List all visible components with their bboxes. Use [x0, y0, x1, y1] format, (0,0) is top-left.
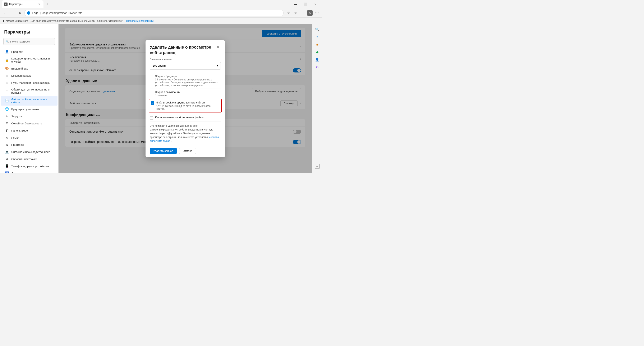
languages-icon: A [5, 136, 9, 139]
sidebar-item-family[interactable]: ⚙ Семейная безопасность [1, 120, 58, 127]
sidebar-item-appearance[interactable]: 🎨 Внешний вид [1, 65, 58, 72]
profile-button[interactable]: A [306, 10, 313, 16]
sidebar-label-sharing: Общий доступ, копирование и вставка [11, 88, 53, 94]
sidebar-item-start[interactable]: ⊞ Пуск, главная и новые вкладки [1, 79, 58, 86]
sidebar-item-edge-bar[interactable]: ◧ Панель Edge [1, 127, 58, 134]
close-button[interactable]: ✕ [311, 1, 320, 8]
toolbar-icons: ☆ ☆ ⊞ A ••• [285, 10, 320, 16]
appearance-icon: 🎨 [5, 67, 9, 70]
import-favorites-item[interactable]: ⬇ Импорт избранного [2, 20, 28, 23]
tab-close-button[interactable]: ✕ [38, 3, 41, 6]
time-range-arrow-icon: ▾ [216, 64, 218, 67]
modal-header: Удалить данные о просмотре веб-страниц ✕ [146, 40, 225, 58]
sidebar-label-accessibility: Специальные возможности [11, 172, 46, 173]
browser-content: Параметры 🔍 👤 Профили 🔒 Конфиденциальнос… [0, 24, 322, 173]
window-controls: — ⬜ ✕ [291, 1, 320, 8]
history-checkbox[interactable] [150, 75, 153, 78]
cache-checkbox-title: Кэшированные изображения и файлы [155, 116, 221, 119]
sidebar-item-privacy[interactable]: 🔒 Конфиденциальность, поиск и службы [1, 55, 58, 65]
cookies-checkbox[interactable] [151, 101, 154, 105]
sidebar-label-reset: Сбросить настройки [11, 157, 37, 161]
downloads-checkbox-desc: 1 элемент [155, 94, 221, 97]
manage-favorites-link[interactable]: Управление избранным [126, 20, 154, 23]
modal-close-button[interactable]: ✕ [215, 44, 221, 50]
refresh-button[interactable]: ↻ [17, 10, 24, 16]
sidebar-panel-icon: ▭ [5, 74, 9, 78]
time-range-label: Диапазон времени [150, 58, 221, 61]
sidebar-label-privacy: Конфиденциальность, поиск и службы [11, 57, 53, 63]
cookies-checkbox-title: Файлы cookie и другие данные сайтов [156, 101, 220, 104]
favorites-button[interactable]: ☆ [285, 10, 292, 16]
address-bar[interactable]: Edge | edge://settings/clearBrowserData [24, 10, 284, 16]
sidebar-label-cookies: Файлы cookie и разрешения сайтов [11, 98, 53, 104]
sidebar-item-sharing[interactable]: ⬡ Общий доступ, копирование и вставка [1, 86, 58, 96]
delete-now-button[interactable]: Удалить сейчас [150, 148, 177, 154]
sidebar-item-default-browser[interactable]: 🌐 Браузер по умолчанию [1, 106, 58, 113]
maximize-button[interactable]: ⬜ [301, 1, 310, 8]
panel-search-icon[interactable]: 🔍 [314, 26, 320, 33]
favorites-bar: ⬇ Импорт избранного Для быстрого доступа… [0, 18, 322, 24]
sync-notice-text: Это приведет к удалению данных со всех с… [150, 124, 213, 139]
panel-person-icon[interactable]: 👤 [314, 56, 320, 63]
title-bar: ⚙ Параметры ✕ + — ⬜ ✕ [0, 0, 322, 8]
sidebar-item-system[interactable]: 💻 Система и производительность [1, 148, 58, 155]
back-button[interactable]: ← [2, 10, 8, 16]
sidebar-search-container: 🔍 [3, 38, 55, 45]
collections-button[interactable]: ⊞ [300, 10, 306, 16]
panel-collections-icon[interactable]: ◈ [314, 41, 320, 48]
modal-footer: Удалить сейчас Отмена [146, 144, 225, 157]
sidebar-item-phone[interactable]: 📱 Телефон и другие устройства [1, 162, 58, 170]
panel-settings-icon[interactable]: ⚙ [314, 64, 320, 70]
forward-button[interactable]: → [9, 10, 16, 16]
cache-checkbox-item: Кэшированные изображения и файлы [150, 114, 221, 121]
cookies-icon: 📄 [5, 99, 9, 103]
tab-favicon: ⚙ [4, 3, 8, 6]
sidebar-label-start: Пуск, главная и новые вкладки [11, 81, 50, 84]
modal-body: Диапазон времени Все время ▾ Журнал брау… [146, 58, 225, 144]
privacy-icon: 🔒 [5, 58, 9, 62]
sidebar-item-profiles[interactable]: 👤 Профили [1, 48, 58, 55]
panel-wallet-icon[interactable]: ◆ [314, 49, 320, 55]
search-input[interactable] [3, 38, 55, 45]
cookies-checkbox-item: Файлы cookie и другие данные сайтов От 1… [149, 99, 222, 112]
sidebar-item-languages[interactable]: A Языки [1, 134, 58, 141]
phone-icon: 📱 [5, 164, 9, 168]
cache-checkbox[interactable] [150, 116, 153, 120]
downloads-checkbox[interactable] [150, 91, 153, 94]
downloads-checkbox-item: Журнал скачиваний 1 элемент [150, 89, 221, 99]
sidebar-item-printers[interactable]: 🖨 Принтеры [1, 141, 58, 148]
new-tab-button[interactable]: + [44, 1, 50, 7]
profile-icon: A [307, 10, 312, 16]
sync-notice: Это приведет к удалению данных со всех с… [150, 124, 221, 143]
sidebar-label-downloads: Загрузки [11, 115, 22, 118]
downloads-checkbox-title: Журнал скачиваний [155, 90, 221, 94]
system-icon: 💻 [5, 150, 9, 154]
printers-icon: 🖨 [5, 143, 9, 147]
sidebar-item-accessibility[interactable]: ♿ Специальные возможности [1, 170, 58, 173]
minimize-button[interactable]: — [291, 1, 300, 8]
sidebar-item-downloads[interactable]: ⬇ Загрузки [1, 113, 58, 120]
history-checkbox-title: Журнал браузера [155, 75, 221, 78]
accessibility-icon: ♿ [5, 171, 9, 173]
search-icon: 🔍 [6, 40, 9, 43]
browser-frame: ⚙ Параметры ✕ + — ⬜ ✕ ← → ↻ Edge | edge:… [0, 0, 322, 173]
modal-overlay[interactable]: Удалить данные о просмотре веб-страниц ✕… [58, 24, 312, 173]
sync-suffix: . [171, 139, 172, 142]
browser-tab[interactable]: ⚙ Параметры ✕ [2, 1, 44, 8]
sidebar-item-cookies[interactable]: 📄 Файлы cookie и разрешения сайтов [1, 96, 58, 106]
sidebar-item-sidebar[interactable]: ▭ Боковая панель [1, 72, 58, 79]
sidebar-item-reset[interactable]: ↺ Сбросить настройки [1, 155, 58, 162]
time-range-select[interactable]: Все время ▾ [150, 62, 221, 70]
sidebar-label-profiles: Профили [11, 50, 23, 53]
panel-add-button[interactable]: + [315, 164, 320, 169]
sidebar-label-default: Браузер по умолчанию [11, 108, 40, 111]
favorites-manage-button[interactable]: ☆ [292, 10, 299, 16]
sidebar-label-edge-bar: Панель Edge [11, 129, 28, 132]
sidebar-label-system: Система и производительность [11, 150, 51, 153]
right-panel: 🔍 ✦ ◈ ◆ 👤 ⚙ + [312, 24, 322, 173]
downloads-icon: ⬇ [5, 114, 9, 118]
cancel-button[interactable]: Отмена [179, 148, 196, 154]
more-button[interactable]: ••• [314, 10, 320, 16]
sharing-icon: ⬡ [5, 89, 9, 93]
panel-star-plus-icon[interactable]: ✦ [314, 34, 320, 40]
